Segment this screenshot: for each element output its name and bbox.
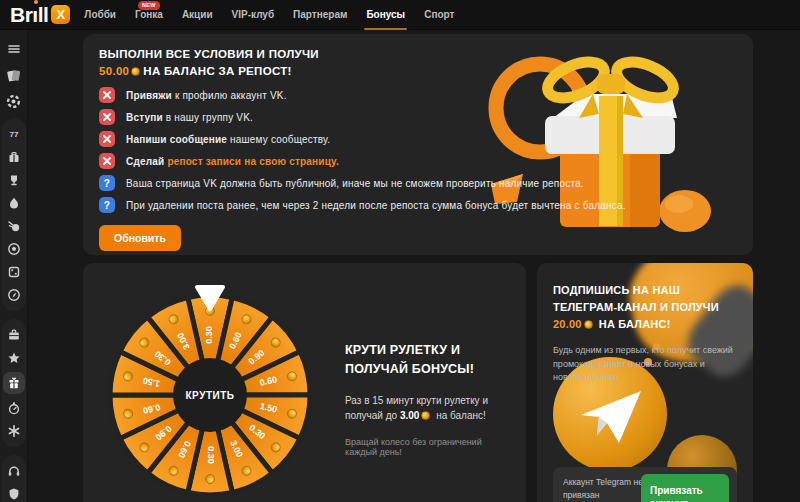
brand-text: Brıll bbox=[10, 4, 48, 25]
note-public-page: ? Ваша страница VK должна быть публичной… bbox=[99, 175, 737, 191]
svg-text:77: 77 bbox=[9, 130, 18, 139]
refresh-button[interactable]: Обновить bbox=[99, 225, 181, 251]
coin-icon bbox=[421, 411, 430, 420]
comet-icon[interactable] bbox=[5, 217, 23, 235]
task-write-message: Напиши сообщение нашему сообществу. bbox=[99, 131, 737, 147]
task-link-vk: Привяжи к профилю аккаунт VK. bbox=[99, 87, 737, 103]
nav-item-bonuses[interactable]: Бонусы bbox=[366, 0, 405, 30]
dice-icon[interactable] bbox=[5, 263, 23, 281]
sidebar-group-support bbox=[2, 455, 26, 502]
briefcase-icon[interactable] bbox=[5, 326, 23, 344]
svg-text:0.30: 0.30 bbox=[206, 446, 216, 464]
flame-icon[interactable] bbox=[5, 194, 23, 212]
nav-item-promotions[interactable]: Акции bbox=[182, 0, 213, 30]
question-icon: ? bbox=[99, 197, 115, 213]
wheel-text-block: КРУТИ РУЛЕТКУ И ПОЛУЧАЙ БОНУСЫ! Раз в 15… bbox=[345, 341, 515, 457]
sidebar-group-bonuses bbox=[2, 319, 26, 447]
repost-card-title: ВЫПОЛНИ ВСЕ УСЛОВИЯ И ПОЛУЧИ 50.00НА БАЛ… bbox=[99, 46, 737, 79]
task-repost: Сделай репост записи на свою страницу. bbox=[99, 153, 737, 169]
coin-icon bbox=[131, 67, 140, 76]
asterisk-icon[interactable] bbox=[5, 422, 23, 440]
star-icon[interactable] bbox=[5, 349, 23, 367]
telegram-status-text: Аккаунт Telegram не привязан bbox=[563, 476, 647, 502]
svg-text:0.30: 0.30 bbox=[204, 326, 214, 344]
task-list: Привяжи к профилю аккаунт VK. Вступи в н… bbox=[99, 87, 737, 213]
nav-item-vip-club[interactable]: VIP-клуб bbox=[232, 0, 275, 30]
brand-logo[interactable]: Brıll X bbox=[10, 4, 70, 25]
sidebar-group-games: 77 bbox=[2, 118, 26, 311]
link-telegram-account-button[interactable]: Привязать аккаунт bbox=[641, 474, 729, 502]
repost-bonus-card: ВЫПОЛНИ ВСЕ УСЛОВИЯ И ПОЛУЧИ 50.00НА БАЛ… bbox=[83, 34, 753, 255]
casino-chip-icon[interactable] bbox=[5, 92, 23, 110]
wheel: 0.300.600.900.601.500.303.000.300.600.90… bbox=[93, 267, 328, 502]
main-content: ВЫПОЛНИ ВСЕ УСЛОВИЯ И ПОЛУЧИ 50.00НА БАЛ… bbox=[28, 30, 800, 502]
headphones-icon[interactable] bbox=[5, 462, 23, 480]
cards-icon[interactable] bbox=[5, 66, 23, 84]
new-badge: NEW bbox=[138, 1, 160, 10]
nav-item-lobby[interactable]: Лобби bbox=[84, 0, 116, 30]
repost-amount: 50.00 bbox=[99, 65, 129, 77]
task-failed-icon bbox=[99, 153, 115, 169]
telegram-amount: 20.00 bbox=[553, 318, 582, 330]
wheel-bonus-card: 0.300.600.900.601.500.303.000.300.600.90… bbox=[83, 263, 526, 502]
telegram-account-bar: Аккаунт Telegram не привязан Привязать а… bbox=[553, 467, 737, 502]
main-nav: Лобби ГонкаNEW Акции VIP-клуб Партнерам … bbox=[84, 0, 454, 30]
task-failed-icon bbox=[99, 87, 115, 103]
telegram-card-content: ПОДПИШИСЬ НА НАШ ТЕЛЕГРАМ-КАНАЛ И ПОЛУЧИ… bbox=[537, 263, 753, 385]
telegram-bonus-card: ПОДПИШИСЬ НА НАШ ТЕЛЕГРАМ-КАНАЛ И ПОЛУЧИ… bbox=[537, 263, 753, 502]
lootbox-icon[interactable] bbox=[5, 148, 23, 166]
brillx-bonuses-page: Brıll X Лобби ГонкаNEW Акции VIP-клуб Па… bbox=[0, 0, 800, 502]
compass-icon[interactable] bbox=[5, 286, 23, 304]
wheel-title: КРУТИ РУЛЕТКУ И ПОЛУЧАЙ БОНУСЫ! bbox=[345, 341, 515, 379]
task-failed-icon bbox=[99, 131, 115, 147]
stopwatch-icon[interactable] bbox=[5, 399, 23, 417]
wheel-max-amount: 3.00 bbox=[400, 410, 419, 421]
nav-item-race[interactable]: ГонкаNEW bbox=[135, 0, 163, 30]
coin-icon bbox=[584, 320, 593, 329]
wheel-description: Раз в 15 минут крути рулетку и получай д… bbox=[345, 393, 515, 424]
repost-link[interactable]: репост записи на свою страницу. bbox=[164, 156, 339, 167]
repost-card-content: ВЫПОЛНИ ВСЕ УСЛОВИЯ И ПОЛУЧИ 50.00НА БАЛ… bbox=[83, 34, 753, 263]
shield-icon[interactable] bbox=[5, 485, 23, 502]
paper-plane-icon bbox=[581, 391, 641, 443]
task-failed-icon bbox=[99, 109, 115, 125]
nav-item-sport[interactable]: Спорт bbox=[424, 0, 454, 30]
task-join-group: Вступи в нашу группу VK. bbox=[99, 109, 737, 125]
telegram-title: ПОДПИШИСЬ НА НАШ ТЕЛЕГРАМ-КАНАЛ И ПОЛУЧИ… bbox=[553, 282, 737, 333]
slots-777-icon[interactable]: 77 bbox=[5, 125, 23, 143]
menu-icon[interactable] bbox=[5, 40, 23, 58]
dot-decoration bbox=[622, 395, 634, 407]
spin-button[interactable]: КРУТИТЬ bbox=[186, 390, 235, 401]
question-icon: ? bbox=[99, 175, 115, 191]
gift-icon[interactable] bbox=[3, 372, 25, 394]
left-sidebar: 77 bbox=[0, 30, 28, 502]
top-bar: Brıll X Лобби ГонкаNEW Акции VIP-клуб Па… bbox=[0, 0, 800, 30]
nav-item-partners[interactable]: Партнерам bbox=[293, 0, 347, 30]
note-post-removal: ? При удалении поста ранее, чем через 2 … bbox=[99, 197, 737, 213]
ball-icon[interactable] bbox=[5, 240, 23, 258]
brand-x-box: X bbox=[51, 5, 70, 24]
wheel-note: Вращай колесо без ограничений каждый ден… bbox=[345, 437, 515, 457]
trophy-icon[interactable] bbox=[5, 171, 23, 189]
telegram-description: Будь одним из первых, кто получит свежий… bbox=[553, 344, 737, 385]
